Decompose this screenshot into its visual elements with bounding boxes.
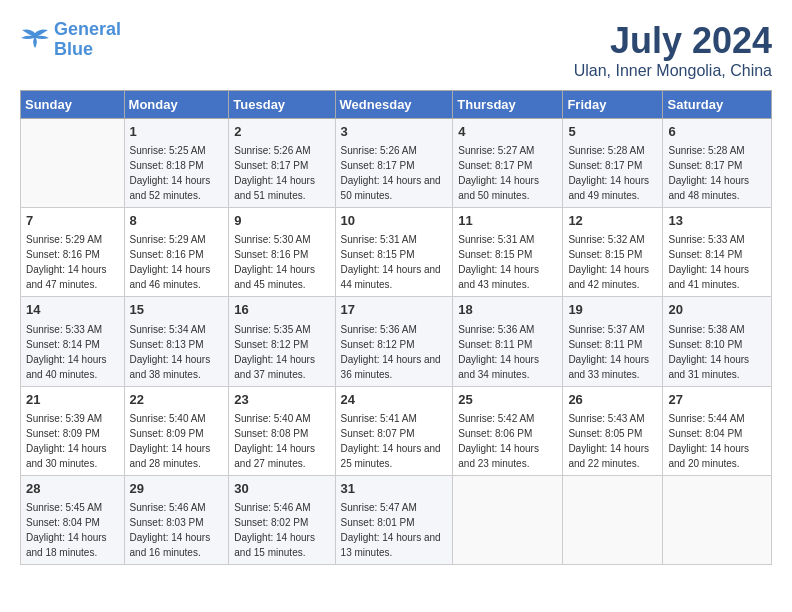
day-info: Sunrise: 5:32 AMSunset: 8:15 PMDaylight:…	[568, 234, 649, 290]
calendar-cell: 20Sunrise: 5:38 AMSunset: 8:10 PMDayligh…	[663, 297, 772, 386]
calendar-cell: 19Sunrise: 5:37 AMSunset: 8:11 PMDayligh…	[563, 297, 663, 386]
day-number: 28	[26, 480, 119, 498]
calendar-cell: 8Sunrise: 5:29 AMSunset: 8:16 PMDaylight…	[124, 208, 229, 297]
day-info: Sunrise: 5:43 AMSunset: 8:05 PMDaylight:…	[568, 413, 649, 469]
day-number: 31	[341, 480, 448, 498]
calendar-cell: 14Sunrise: 5:33 AMSunset: 8:14 PMDayligh…	[21, 297, 125, 386]
calendar-cell: 27Sunrise: 5:44 AMSunset: 8:04 PMDayligh…	[663, 386, 772, 475]
day-info: Sunrise: 5:28 AMSunset: 8:17 PMDaylight:…	[568, 145, 649, 201]
calendar-cell	[563, 475, 663, 564]
weekday-header: Sunday	[21, 91, 125, 119]
day-number: 5	[568, 123, 657, 141]
calendar-week-row: 1Sunrise: 5:25 AMSunset: 8:18 PMDaylight…	[21, 119, 772, 208]
day-number: 11	[458, 212, 557, 230]
day-number: 22	[130, 391, 224, 409]
calendar-week-row: 14Sunrise: 5:33 AMSunset: 8:14 PMDayligh…	[21, 297, 772, 386]
day-info: Sunrise: 5:38 AMSunset: 8:10 PMDaylight:…	[668, 324, 749, 380]
day-info: Sunrise: 5:33 AMSunset: 8:14 PMDaylight:…	[26, 324, 107, 380]
day-number: 8	[130, 212, 224, 230]
day-number: 23	[234, 391, 329, 409]
day-info: Sunrise: 5:40 AMSunset: 8:08 PMDaylight:…	[234, 413, 315, 469]
day-info: Sunrise: 5:47 AMSunset: 8:01 PMDaylight:…	[341, 502, 441, 558]
calendar-cell	[453, 475, 563, 564]
location: Ulan, Inner Mongolia, China	[574, 62, 772, 80]
day-number: 16	[234, 301, 329, 319]
calendar-cell: 3Sunrise: 5:26 AMSunset: 8:17 PMDaylight…	[335, 119, 453, 208]
day-number: 17	[341, 301, 448, 319]
day-number: 10	[341, 212, 448, 230]
calendar-cell: 17Sunrise: 5:36 AMSunset: 8:12 PMDayligh…	[335, 297, 453, 386]
day-info: Sunrise: 5:26 AMSunset: 8:17 PMDaylight:…	[341, 145, 441, 201]
day-number: 26	[568, 391, 657, 409]
day-number: 1	[130, 123, 224, 141]
day-info: Sunrise: 5:29 AMSunset: 8:16 PMDaylight:…	[26, 234, 107, 290]
calendar-cell: 26Sunrise: 5:43 AMSunset: 8:05 PMDayligh…	[563, 386, 663, 475]
calendar-cell: 4Sunrise: 5:27 AMSunset: 8:17 PMDaylight…	[453, 119, 563, 208]
calendar-cell: 25Sunrise: 5:42 AMSunset: 8:06 PMDayligh…	[453, 386, 563, 475]
calendar-cell: 9Sunrise: 5:30 AMSunset: 8:16 PMDaylight…	[229, 208, 335, 297]
day-info: Sunrise: 5:28 AMSunset: 8:17 PMDaylight:…	[668, 145, 749, 201]
day-info: Sunrise: 5:26 AMSunset: 8:17 PMDaylight:…	[234, 145, 315, 201]
day-number: 21	[26, 391, 119, 409]
page-header: General Blue July 2024 Ulan, Inner Mongo…	[20, 20, 772, 80]
day-number: 15	[130, 301, 224, 319]
logo: General Blue	[20, 20, 121, 60]
weekday-header: Saturday	[663, 91, 772, 119]
calendar-cell: 29Sunrise: 5:46 AMSunset: 8:03 PMDayligh…	[124, 475, 229, 564]
day-info: Sunrise: 5:44 AMSunset: 8:04 PMDaylight:…	[668, 413, 749, 469]
day-info: Sunrise: 5:27 AMSunset: 8:17 PMDaylight:…	[458, 145, 539, 201]
day-info: Sunrise: 5:39 AMSunset: 8:09 PMDaylight:…	[26, 413, 107, 469]
calendar-cell	[663, 475, 772, 564]
day-info: Sunrise: 5:34 AMSunset: 8:13 PMDaylight:…	[130, 324, 211, 380]
calendar-cell: 2Sunrise: 5:26 AMSunset: 8:17 PMDaylight…	[229, 119, 335, 208]
day-info: Sunrise: 5:40 AMSunset: 8:09 PMDaylight:…	[130, 413, 211, 469]
day-number: 30	[234, 480, 329, 498]
calendar-cell: 13Sunrise: 5:33 AMSunset: 8:14 PMDayligh…	[663, 208, 772, 297]
day-number: 20	[668, 301, 766, 319]
calendar-cell: 11Sunrise: 5:31 AMSunset: 8:15 PMDayligh…	[453, 208, 563, 297]
day-number: 24	[341, 391, 448, 409]
calendar-body: 1Sunrise: 5:25 AMSunset: 8:18 PMDaylight…	[21, 119, 772, 565]
weekday-header: Tuesday	[229, 91, 335, 119]
calendar-table: SundayMondayTuesdayWednesdayThursdayFrid…	[20, 90, 772, 565]
day-number: 7	[26, 212, 119, 230]
calendar-cell: 18Sunrise: 5:36 AMSunset: 8:11 PMDayligh…	[453, 297, 563, 386]
day-number: 4	[458, 123, 557, 141]
calendar-cell: 30Sunrise: 5:46 AMSunset: 8:02 PMDayligh…	[229, 475, 335, 564]
calendar-cell: 28Sunrise: 5:45 AMSunset: 8:04 PMDayligh…	[21, 475, 125, 564]
logo-icon	[20, 28, 50, 52]
day-number: 2	[234, 123, 329, 141]
month-title: July 2024	[574, 20, 772, 62]
day-info: Sunrise: 5:36 AMSunset: 8:11 PMDaylight:…	[458, 324, 539, 380]
calendar-cell: 21Sunrise: 5:39 AMSunset: 8:09 PMDayligh…	[21, 386, 125, 475]
calendar-cell	[21, 119, 125, 208]
day-number: 19	[568, 301, 657, 319]
day-number: 29	[130, 480, 224, 498]
day-info: Sunrise: 5:25 AMSunset: 8:18 PMDaylight:…	[130, 145, 211, 201]
calendar-cell: 24Sunrise: 5:41 AMSunset: 8:07 PMDayligh…	[335, 386, 453, 475]
calendar-cell: 22Sunrise: 5:40 AMSunset: 8:09 PMDayligh…	[124, 386, 229, 475]
day-number: 27	[668, 391, 766, 409]
day-info: Sunrise: 5:36 AMSunset: 8:12 PMDaylight:…	[341, 324, 441, 380]
weekday-header: Wednesday	[335, 91, 453, 119]
day-info: Sunrise: 5:29 AMSunset: 8:16 PMDaylight:…	[130, 234, 211, 290]
calendar-week-row: 28Sunrise: 5:45 AMSunset: 8:04 PMDayligh…	[21, 475, 772, 564]
day-number: 9	[234, 212, 329, 230]
calendar-week-row: 21Sunrise: 5:39 AMSunset: 8:09 PMDayligh…	[21, 386, 772, 475]
calendar-cell: 31Sunrise: 5:47 AMSunset: 8:01 PMDayligh…	[335, 475, 453, 564]
day-info: Sunrise: 5:46 AMSunset: 8:02 PMDaylight:…	[234, 502, 315, 558]
day-number: 6	[668, 123, 766, 141]
day-info: Sunrise: 5:41 AMSunset: 8:07 PMDaylight:…	[341, 413, 441, 469]
day-info: Sunrise: 5:42 AMSunset: 8:06 PMDaylight:…	[458, 413, 539, 469]
calendar-week-row: 7Sunrise: 5:29 AMSunset: 8:16 PMDaylight…	[21, 208, 772, 297]
weekday-header: Thursday	[453, 91, 563, 119]
calendar-cell: 7Sunrise: 5:29 AMSunset: 8:16 PMDaylight…	[21, 208, 125, 297]
calendar-cell: 15Sunrise: 5:34 AMSunset: 8:13 PMDayligh…	[124, 297, 229, 386]
title-area: July 2024 Ulan, Inner Mongolia, China	[574, 20, 772, 80]
day-info: Sunrise: 5:31 AMSunset: 8:15 PMDaylight:…	[458, 234, 539, 290]
weekday-row: SundayMondayTuesdayWednesdayThursdayFrid…	[21, 91, 772, 119]
logo-line2: Blue	[54, 39, 93, 59]
day-number: 3	[341, 123, 448, 141]
day-info: Sunrise: 5:35 AMSunset: 8:12 PMDaylight:…	[234, 324, 315, 380]
day-number: 12	[568, 212, 657, 230]
